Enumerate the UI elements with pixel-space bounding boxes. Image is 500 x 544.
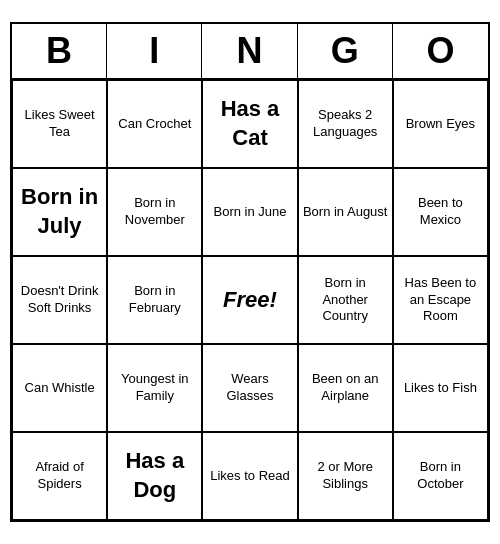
bingo-cell-24[interactable]: Born in October — [393, 432, 488, 520]
header-b: B — [12, 24, 107, 78]
bingo-cell-3[interactable]: Speaks 2 Languages — [298, 80, 393, 168]
bingo-cell-12[interactable]: Free! — [202, 256, 297, 344]
bingo-cell-10[interactable]: Doesn't Drink Soft Drinks — [12, 256, 107, 344]
bingo-cell-19[interactable]: Likes to Fish — [393, 344, 488, 432]
bingo-cell-21[interactable]: Has a Dog — [107, 432, 202, 520]
bingo-cell-0[interactable]: Likes Sweet Tea — [12, 80, 107, 168]
bingo-cell-17[interactable]: Wears Glasses — [202, 344, 297, 432]
bingo-cell-20[interactable]: Afraid of Spiders — [12, 432, 107, 520]
header-o: O — [393, 24, 488, 78]
bingo-cell-9[interactable]: Been to Mexico — [393, 168, 488, 256]
header-i: I — [107, 24, 202, 78]
bingo-cell-4[interactable]: Brown Eyes — [393, 80, 488, 168]
bingo-cell-22[interactable]: Likes to Read — [202, 432, 297, 520]
bingo-cell-18[interactable]: Been on an Airplane — [298, 344, 393, 432]
bingo-cell-11[interactable]: Born in February — [107, 256, 202, 344]
bingo-cell-15[interactable]: Can Whistle — [12, 344, 107, 432]
header-n: N — [202, 24, 297, 78]
bingo-cell-8[interactable]: Born in August — [298, 168, 393, 256]
bingo-cell-14[interactable]: Has Been to an Escape Room — [393, 256, 488, 344]
bingo-cell-16[interactable]: Youngest in Family — [107, 344, 202, 432]
bingo-cell-7[interactable]: Born in June — [202, 168, 297, 256]
bingo-grid: Likes Sweet TeaCan CrochetHas a CatSpeak… — [12, 80, 488, 520]
bingo-cell-6[interactable]: Born in November — [107, 168, 202, 256]
bingo-cell-2[interactable]: Has a Cat — [202, 80, 297, 168]
bingo-header: B I N G O — [12, 24, 488, 80]
header-g: G — [298, 24, 393, 78]
bingo-cell-5[interactable]: Born in July — [12, 168, 107, 256]
bingo-cell-1[interactable]: Can Crochet — [107, 80, 202, 168]
bingo-cell-13[interactable]: Born in Another Country — [298, 256, 393, 344]
bingo-cell-23[interactable]: 2 or More Siblings — [298, 432, 393, 520]
bingo-card: B I N G O Likes Sweet TeaCan CrochetHas … — [10, 22, 490, 522]
